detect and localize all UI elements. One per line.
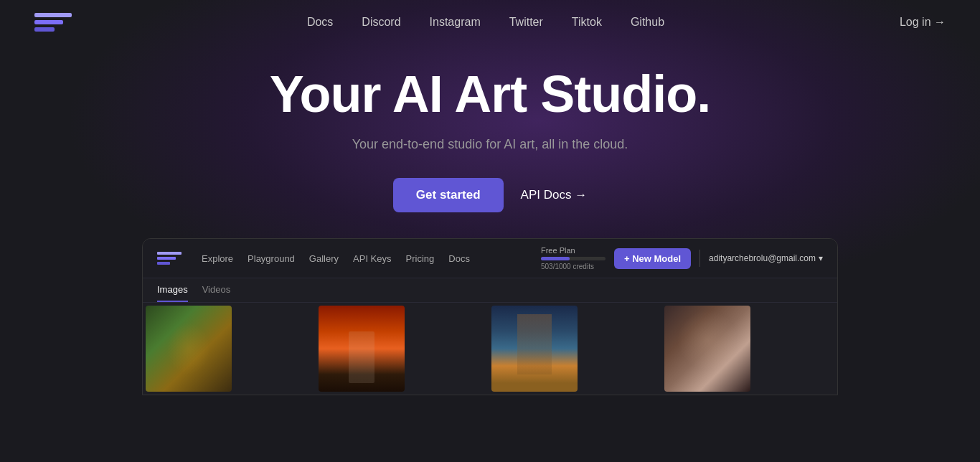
tab-images[interactable]: Images [157, 284, 188, 302]
chevron-down-icon: ▾ [819, 253, 823, 263]
free-plan-label: Free Plan [541, 246, 606, 255]
app-nav-link-playground[interactable]: Playground [248, 253, 295, 264]
nav-link-github[interactable]: Github [631, 16, 664, 28]
hero-title: Your AI Art Studio. [14, 66, 966, 123]
api-docs-link[interactable]: API Docs → [521, 188, 588, 202]
nav-links: Docs Discord Instagram Twitter Tiktok Gi… [307, 16, 664, 29]
gallery-item-3[interactable] [491, 306, 578, 392]
logo-bar-3 [34, 27, 55, 32]
app-tabs: Images Videos [143, 278, 837, 303]
nav-link-twitter[interactable]: Twitter [509, 16, 543, 28]
app-nav-link-pricing[interactable]: Pricing [406, 253, 435, 264]
hero-subtitle: Your end-to-end studio for AI art, all i… [14, 137, 966, 152]
logo-bar-2 [34, 20, 63, 24]
hero-section: Your AI Art Studio. Your end-to-end stud… [0, 44, 980, 212]
gallery-item-4[interactable] [664, 306, 750, 392]
app-nav: Explore Playground Gallery API Keys Pric… [143, 239, 837, 278]
credits-text: 503/1000 credits [541, 263, 606, 270]
tab-videos[interactable]: Videos [202, 284, 231, 302]
nav-divider [699, 250, 700, 267]
new-model-button[interactable]: + New Model [614, 248, 691, 269]
logo[interactable] [34, 13, 72, 32]
nav-link-docs[interactable]: Docs [307, 16, 333, 28]
app-nav-docs[interactable]: Docs [448, 252, 470, 265]
app-logo-bar-1 [157, 252, 182, 255]
hero-buttons: Get started API Docs → [14, 178, 966, 212]
nav-link-tiktok[interactable]: Tiktok [572, 16, 602, 28]
credits-bar-background [541, 257, 606, 260]
nav-link-instagram[interactable]: Instagram [430, 16, 481, 28]
main-nav: Docs Discord Instagram Twitter Tiktok Gi… [0, 0, 980, 44]
nav-item-discord[interactable]: Discord [362, 16, 400, 29]
user-email-text: adityarchebrolu@gmail.com [709, 253, 816, 263]
gallery-item-1[interactable] [146, 306, 232, 392]
app-nav-links: Explore Playground Gallery API Keys Pric… [202, 252, 524, 265]
app-nav-link-gallery[interactable]: Gallery [309, 253, 339, 264]
app-logo-bar-2 [157, 257, 176, 260]
nav-link-discord[interactable]: Discord [362, 16, 400, 28]
get-started-button[interactable]: Get started [393, 178, 504, 212]
logo-bar-1 [34, 13, 72, 17]
nav-item-tiktok[interactable]: Tiktok [572, 16, 602, 29]
app-nav-api-keys[interactable]: API Keys [353, 252, 391, 265]
app-nav-gallery[interactable]: Gallery [309, 252, 339, 265]
nav-item-docs[interactable]: Docs [307, 16, 333, 29]
app-logo[interactable] [157, 252, 182, 265]
gallery [143, 303, 837, 395]
nav-item-github[interactable]: Github [631, 16, 664, 29]
app-nav-link-explore[interactable]: Explore [202, 253, 233, 264]
app-nav-link-docs[interactable]: Docs [448, 253, 470, 264]
app-logo-bar-3 [157, 262, 170, 265]
app-nav-playground[interactable]: Playground [248, 252, 295, 265]
credits-bar-fill [541, 257, 570, 260]
nav-item-twitter[interactable]: Twitter [509, 16, 543, 29]
app-nav-explore[interactable]: Explore [202, 252, 233, 265]
app-nav-pricing[interactable]: Pricing [406, 252, 435, 265]
app-nav-link-api-keys[interactable]: API Keys [353, 253, 391, 264]
login-link[interactable]: Log in → [900, 16, 946, 29]
user-email[interactable]: adityarchebrolu@gmail.com ▾ [709, 253, 823, 263]
credits-block: Free Plan 503/1000 credits [541, 246, 606, 270]
gallery-item-2[interactable] [319, 306, 405, 392]
nav-item-instagram[interactable]: Instagram [430, 16, 481, 29]
app-nav-right: Free Plan 503/1000 credits + New Model a… [541, 246, 823, 270]
app-preview: Explore Playground Gallery API Keys Pric… [142, 238, 838, 395]
